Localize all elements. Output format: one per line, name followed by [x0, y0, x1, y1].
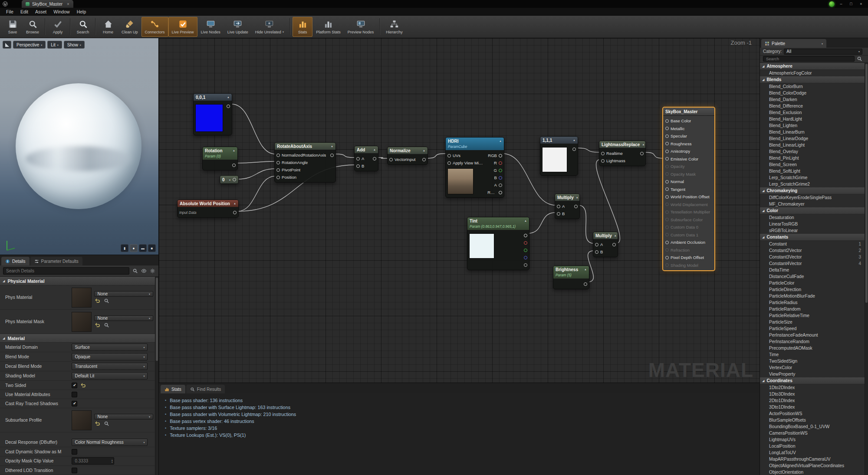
palette-group-constants[interactable]: ◢Constants	[760, 234, 865, 241]
input-pin-specular[interactable]: Specular	[663, 132, 714, 140]
opacity-mask-clip-value-input[interactable]: 0.3333▴▾	[72, 457, 114, 465]
palette-item-vertexcolor[interactable]: VertexColor	[760, 364, 865, 371]
input-pin-shading-model[interactable]: Shading Model	[663, 262, 714, 269]
input-pin-custom-data-1[interactable]: Custom Data 1	[663, 231, 714, 239]
wire-lightmass-replace-to-skybox-master-emissive-color[interactable]	[644, 152, 665, 158]
output-pin-out[interactable]	[522, 239, 529, 246]
input-pin-a[interactable]: A	[593, 241, 605, 248]
input-pin-b[interactable]: B	[593, 248, 605, 256]
palette-group-chromakeying[interactable]: ◢Chromakeying	[760, 187, 865, 194]
palette-item-blend-exclusion[interactable]: Blend_Exclusion	[760, 109, 865, 116]
palette-item-blend-lighten[interactable]: Blend_Lighten	[760, 122, 865, 129]
tab-close-icon[interactable]: ×	[67, 2, 69, 7]
output-pin-out[interactable]	[522, 232, 529, 239]
shading-model-dropdown[interactable]: Default Lit▾	[72, 372, 148, 380]
palette-group-atmosphere[interactable]: ◢Atmosphere	[760, 63, 865, 70]
palette-item-desaturation[interactable]: Desaturation	[760, 214, 865, 221]
material-domain-dropdown[interactable]: Surface▾	[72, 344, 148, 351]
input-pin-base-color[interactable]: Base Color	[663, 117, 714, 125]
input-pin-pivotpoint[interactable]: PivotPoint	[275, 166, 328, 174]
node-tint-param[interactable]: Tint▲Param (0.863,0.947,0.965,1)	[467, 217, 529, 270]
palette-item-blend-darken[interactable]: Blend_Darken	[760, 96, 865, 103]
palette-item-particlecolor[interactable]: ParticleColor	[760, 280, 865, 286]
palette-item-objectalignedvirtualplanecoordinates[interactable]: ObjectAlignedVirtualPlaneCoordinates	[760, 462, 865, 469]
palette-item-lerp-scratchgrime[interactable]: Lerp_ScratchGrime	[760, 174, 865, 181]
section-material[interactable]: ◢Material	[0, 334, 155, 343]
output-pin-out[interactable]	[522, 246, 529, 254]
input-pin-opacity-mask[interactable]: Opacity Mask	[663, 170, 714, 178]
output-pin-rgb[interactable]: RGB	[486, 152, 504, 159]
wire-absolute-world-position-to-rotate-about-axis-position[interactable]	[238, 176, 275, 211]
input-pin-refraction[interactable]: Refraction	[663, 246, 714, 254]
eye-icon[interactable]	[141, 268, 147, 274]
input-pin-roughness[interactable]: Roughness	[663, 140, 714, 148]
output-pin-out[interactable]	[522, 261, 529, 269]
output-pin-out[interactable]	[230, 161, 237, 169]
palette-item-particleradius[interactable]: ParticleRadius	[760, 299, 865, 306]
palette-item-2dto1dindex[interactable]: 2Dto1DIndex	[760, 397, 865, 404]
input-pin-input-data[interactable]: Input Data	[178, 209, 198, 216]
tab-find-results[interactable]: Find Results	[186, 385, 225, 393]
cast-dynamic-shadow-as-m-checkbox[interactable]	[72, 449, 77, 455]
palette-item-constant2vector[interactable]: Constant2Vector2	[760, 247, 865, 254]
two-sided-checkbox[interactable]: ✔	[72, 383, 77, 388]
wire-constant-111-to-lightmass-replace-realtime[interactable]	[576, 148, 600, 152]
live-nodes-button[interactable]: Live Nodes	[197, 17, 224, 37]
menu-item-asset[interactable]: Asset	[32, 8, 50, 16]
palette-item-twosidedsign[interactable]: TwoSidedSign	[760, 358, 865, 364]
live-update-button[interactable]: Live Update	[224, 17, 252, 37]
search-button[interactable]: Search	[73, 17, 93, 37]
perspective-button[interactable]: Perspective▾	[13, 41, 46, 49]
material-graph-canvas[interactable]: 0,0,1▲Rotation▲Param (0)0▾Absolute World…	[159, 38, 760, 383]
node-constant-111[interactable]: 1,1,1▲	[540, 136, 578, 176]
wire-rotation-param-to-rotate-about-axis-rotationangle[interactable]	[237, 161, 275, 163]
input-pin-opacity[interactable]: Opacity	[663, 163, 714, 170]
palette-item-mf-chromakeyer[interactable]: MF_Chromakeyer	[760, 201, 865, 207]
palette-item-particlerelativetime[interactable]: ParticleRelativeTime	[760, 312, 865, 319]
palette-item-constant4vector[interactable]: Constant4Vector4	[760, 260, 865, 267]
input-pin-a[interactable]: A	[355, 155, 366, 162]
menu-item-help[interactable]: Help	[73, 8, 90, 16]
palette-item-perinstancefadeamount[interactable]: PerInstanceFadeAmount	[760, 332, 865, 338]
live-preview-button[interactable]: Live Preview	[168, 17, 197, 37]
node-multiply-1[interactable]: Multiply▲AB	[555, 193, 580, 219]
input-pin-apply-view-mipbias[interactable]: Apply View MipBias	[446, 159, 486, 167]
palette-item-particlerandom[interactable]: ParticleRandom	[760, 306, 865, 312]
node-brightness-param[interactable]: Brightness▲Param (5)	[553, 265, 589, 289]
palette-item-perinstancerandom[interactable]: PerInstanceRandom	[760, 338, 865, 345]
stats-button[interactable]: Stats	[293, 17, 312, 37]
palette-item-distancecullfade[interactable]: DistanceCullFade	[760, 273, 865, 280]
input-pin-tangent[interactable]: Tangent	[663, 186, 714, 193]
palette-item-viewproperty[interactable]: ViewProperty	[760, 371, 865, 377]
input-pin-position[interactable]: Position	[275, 174, 328, 181]
preview-nodes-button[interactable]: Preview Nodes	[344, 17, 378, 37]
palette-group-coordinates[interactable]: ◢Coordinates	[760, 377, 865, 384]
palette-item-diffcolorkeyererodesinglepass[interactable]: DiffColorKeyerErodeSinglePass	[760, 194, 865, 201]
node-add[interactable]: Add▲AB	[354, 146, 378, 171]
palette-search-input[interactable]	[763, 56, 855, 62]
input-pin-world-displacement[interactable]: World Displacement	[663, 201, 714, 209]
input-pin-uvs[interactable]: UVs	[446, 152, 486, 159]
palette-item-particledirection[interactable]: ParticleDirection	[760, 286, 865, 293]
output-pin-b[interactable]: B	[486, 174, 504, 181]
input-pin-vectorinput[interactable]: VectorInput	[388, 156, 418, 163]
save-button[interactable]: Save	[3, 17, 23, 37]
input-pin-b[interactable]: B	[355, 162, 366, 170]
output-pin-out[interactable]	[231, 209, 238, 216]
palette-item-blend-colorburn[interactable]: Blend_ColorBurn	[760, 83, 865, 90]
output-pin-out[interactable]	[571, 145, 578, 153]
palette-item-blend-pinlight[interactable]: Blend_PinLight	[760, 155, 865, 161]
wire-tint-param-to-multiply-1-b[interactable]	[528, 213, 556, 233]
palette-item-maparpassthroughcamerauv[interactable]: MapARPassthroughCameraUV	[760, 456, 865, 462]
palette-item-lerp-scratchgrime2[interactable]: Lerp_ScratchGrime2	[760, 181, 865, 187]
phys-material-mask-thumbnail[interactable]	[72, 312, 92, 332]
asset-tab[interactable]: SkyBox_Master ×	[22, 0, 73, 8]
use-material-attributes-checkbox[interactable]	[72, 392, 77, 397]
preview-viewport[interactable]: Perspective▾Lit▾Show▾ ▮●▬■	[0, 38, 158, 255]
category-select[interactable]: All ▾	[784, 49, 862, 55]
preview-cylinder-button[interactable]: ▮	[121, 244, 128, 252]
clean-up-button[interactable]: Clean Up	[118, 17, 141, 37]
palette-group-color[interactable]: ◢Color	[760, 207, 865, 214]
input-pin-ambient-occlusion[interactable]: Ambient Occlusion	[663, 239, 714, 246]
output-pin-out[interactable]	[582, 280, 589, 288]
